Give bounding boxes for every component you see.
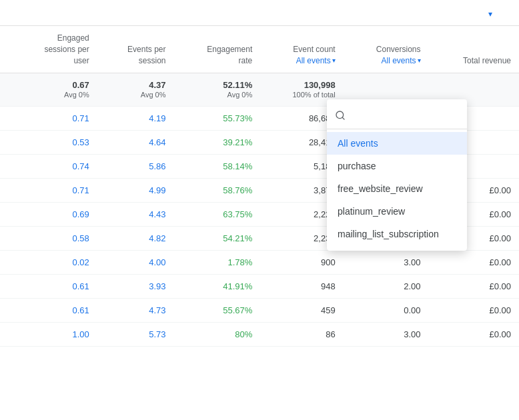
cell-engaged_sessions: 0.74 [0,155,97,179]
cell-engagement_rate: 58.76% [173,179,260,203]
dropdown-item-3[interactable]: platinum_review [327,200,467,223]
cell-engagement_rate: 41.91% [173,275,260,299]
cell-events_per_session: 3.93 [97,275,174,299]
svg-line-1 [342,117,344,119]
cell-conversions: 2.00 [344,275,429,299]
conversions-filter-arrow: ▾ [418,56,421,65]
cell-events_per_session: 4.99 [97,179,174,203]
col-event-count: Event count All events ▾ [260,26,343,73]
col-conversions: Conversions All events ▾ [344,26,429,73]
cell-events_per_session: 5.86 [97,155,174,179]
dropdown-item-4[interactable]: mailing_list_subscription [327,223,467,245]
conversions-filter[interactable]: All events ▾ [382,55,421,67]
table-row: 0.024.001.78%9003.00£0.00 [0,251,519,275]
cell-engaged_sessions: 0.69 [0,203,97,227]
cell-event_count: 86 [260,323,343,347]
cell-events_per_session: 4.00 [97,251,174,275]
col-events-per-session: Events persession [97,26,174,73]
col-engagement-rate: Engagementrate [173,26,260,73]
table-row: 0.614.7355.67%4590.00£0.00 [0,299,519,323]
top-bar: ▾ [0,0,519,26]
dropdown-search-icon [335,110,346,123]
cell-event_count: 459 [260,299,343,323]
avg-cell-events_per_session: 4.37Avg 0% [97,73,174,107]
cell-engagement_rate: 80% [173,323,260,347]
cell-engaged_sessions: 0.02 [0,251,97,275]
cell-total_revenue: £0.00 [429,323,519,347]
cell-engagement_rate: 58.14% [173,155,260,179]
cell-engaged_sessions: 0.61 [0,299,97,323]
dropdown-search-input[interactable] [351,112,459,122]
cell-engagement_rate: 55.67% [173,299,260,323]
event-count-filter-arrow: ▾ [332,56,336,65]
cell-engagement_rate: 39.21% [173,131,260,155]
cell-engaged_sessions: 1.00 [0,323,97,347]
event-count-filter-label: All events [296,55,331,67]
cell-total_revenue: £0.00 [429,251,519,275]
cell-total_revenue: £0.00 [429,299,519,323]
dropdown-item-0[interactable]: All events [327,132,467,155]
avg-cell-engaged_sessions: 0.67Avg 0% [0,73,97,107]
avg-cell-engagement_rate: 52.11%Avg 0% [173,73,260,107]
conversions-dropdown: All eventspurchasefree_website_reviewpla… [327,99,467,251]
cell-engaged_sessions: 0.61 [0,275,97,299]
cell-conversions: 3.00 [344,251,429,275]
cell-events_per_session: 4.19 [97,107,174,131]
cell-events_per_session: 4.43 [97,203,174,227]
cell-engagement_rate: 1.78% [173,251,260,275]
cell-engaged_sessions: 0.71 [0,179,97,203]
rows-per-page-dropdown-icon[interactable]: ▾ [488,9,492,19]
event-count-filter[interactable]: All events ▾ [296,55,336,67]
dropdown-item-1[interactable]: purchase [327,155,467,177]
col-engaged-sessions: Engagedsessions peruser [0,26,97,73]
cell-engaged_sessions: 0.53 [0,131,97,155]
dropdown-item-2[interactable]: free_website_review [327,177,467,200]
cell-events_per_session: 4.73 [97,299,174,323]
cell-event_count: 900 [260,251,343,275]
cell-engaged_sessions: 0.71 [0,107,97,131]
cell-engaged_sessions: 0.58 [0,227,97,251]
cell-conversions: 3.00 [344,323,429,347]
cell-event_count: 948 [260,275,343,299]
cell-total_revenue: £0.00 [429,275,519,299]
cell-events_per_session: 4.64 [97,131,174,155]
cell-engagement_rate: 54.21% [173,227,260,251]
table-header-row: Engagedsessions peruser Events persessio… [0,26,519,73]
col-total-revenue: Total revenue [429,26,519,73]
table-container: Engagedsessions peruser Events persessio… [0,26,519,347]
cell-events_per_session: 4.82 [97,227,174,251]
cell-conversions: 0.00 [344,299,429,323]
cell-engagement_rate: 55.73% [173,107,260,131]
cell-events_per_session: 5.73 [97,323,174,347]
conversions-filter-label: All events [382,55,416,67]
cell-engagement_rate: 63.75% [173,203,260,227]
dropdown-search-container [327,105,467,129]
table-row: 1.005.7380%863.00£0.00 [0,323,519,347]
table-row: 0.613.9341.91%9482.00£0.00 [0,275,519,299]
